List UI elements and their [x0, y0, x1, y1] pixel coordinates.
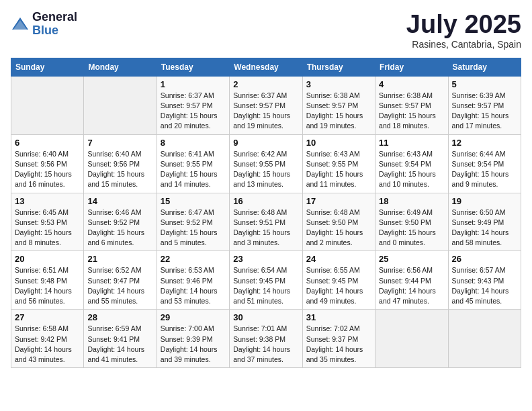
cell-date: 21	[87, 254, 152, 264]
calendar-cell: 18Sunrise: 6:49 AM Sunset: 9:50 PM Dayli…	[375, 193, 448, 251]
col-header-sunday: Sunday	[11, 58, 84, 76]
logo: General Blue	[11, 11, 77, 38]
cell-date: 6	[15, 138, 80, 148]
cell-date: 12	[452, 138, 517, 148]
calendar-cell: 26Sunrise: 6:57 AM Sunset: 9:43 PM Dayli…	[448, 251, 521, 310]
cell-info: Sunrise: 6:37 AM Sunset: 9:57 PM Dayligh…	[233, 91, 298, 132]
cell-info: Sunrise: 6:38 AM Sunset: 9:57 PM Dayligh…	[379, 91, 444, 132]
cell-date: 23	[233, 254, 298, 264]
cell-info: Sunrise: 6:54 AM Sunset: 9:45 PM Dayligh…	[233, 265, 298, 306]
calendar-table: SundayMondayTuesdayWednesdayThursdayFrid…	[11, 58, 521, 368]
calendar-cell: 17Sunrise: 6:48 AM Sunset: 9:50 PM Dayli…	[302, 193, 375, 251]
cell-date: 9	[233, 138, 298, 148]
month-title: July 2025	[406, 11, 521, 39]
cell-date: 22	[161, 254, 226, 264]
calendar-cell: 12Sunrise: 6:44 AM Sunset: 9:54 PM Dayli…	[448, 134, 521, 193]
cell-date: 15	[161, 196, 226, 206]
calendar-cell: 14Sunrise: 6:46 AM Sunset: 9:52 PM Dayli…	[84, 193, 157, 251]
cell-info: Sunrise: 6:45 AM Sunset: 9:53 PM Dayligh…	[15, 208, 80, 248]
calendar-cell	[84, 76, 157, 134]
cell-date: 29	[161, 312, 226, 322]
calendar-cell: 10Sunrise: 6:43 AM Sunset: 9:55 PM Dayli…	[302, 134, 375, 193]
cell-info: Sunrise: 6:46 AM Sunset: 9:52 PM Dayligh…	[87, 208, 152, 248]
calendar-cell	[11, 76, 84, 134]
col-header-wednesday: Wednesday	[230, 58, 302, 76]
cell-info: Sunrise: 6:41 AM Sunset: 9:55 PM Dayligh…	[161, 149, 226, 190]
calendar-cell: 31Sunrise: 7:02 AM Sunset: 9:37 PM Dayli…	[302, 310, 375, 368]
week-row-4: 20Sunrise: 6:51 AM Sunset: 9:48 PM Dayli…	[11, 251, 521, 310]
cell-date: 26	[452, 254, 517, 264]
week-row-3: 13Sunrise: 6:45 AM Sunset: 9:53 PM Dayli…	[11, 193, 521, 251]
cell-info: Sunrise: 6:39 AM Sunset: 9:57 PM Dayligh…	[452, 91, 517, 132]
calendar-cell: 22Sunrise: 6:53 AM Sunset: 9:46 PM Dayli…	[157, 251, 229, 310]
cell-info: Sunrise: 6:38 AM Sunset: 9:57 PM Dayligh…	[306, 91, 371, 132]
cell-info: Sunrise: 7:01 AM Sunset: 9:38 PM Dayligh…	[233, 324, 298, 365]
logo-icon	[11, 15, 30, 34]
cell-info: Sunrise: 7:02 AM Sunset: 9:37 PM Dayligh…	[306, 324, 371, 365]
cell-info: Sunrise: 6:47 AM Sunset: 9:52 PM Dayligh…	[161, 208, 226, 248]
calendar-cell: 27Sunrise: 6:58 AM Sunset: 9:42 PM Dayli…	[11, 310, 84, 368]
col-header-friday: Friday	[375, 58, 448, 76]
cell-info: Sunrise: 6:40 AM Sunset: 9:56 PM Dayligh…	[15, 149, 80, 190]
col-header-saturday: Saturday	[448, 58, 521, 76]
calendar-cell: 16Sunrise: 6:48 AM Sunset: 9:51 PM Dayli…	[230, 193, 302, 251]
calendar-cell: 13Sunrise: 6:45 AM Sunset: 9:53 PM Dayli…	[11, 193, 84, 251]
calendar-cell: 25Sunrise: 6:56 AM Sunset: 9:44 PM Dayli…	[375, 251, 448, 310]
week-row-1: 1Sunrise: 6:37 AM Sunset: 9:57 PM Daylig…	[11, 76, 521, 134]
calendar-cell: 3Sunrise: 6:38 AM Sunset: 9:57 PM Daylig…	[302, 76, 375, 134]
calendar-cell: 9Sunrise: 6:42 AM Sunset: 9:55 PM Daylig…	[230, 134, 302, 193]
calendar-cell: 20Sunrise: 6:51 AM Sunset: 9:48 PM Dayli…	[11, 251, 84, 310]
cell-date: 19	[452, 196, 517, 206]
cell-date: 13	[15, 196, 80, 206]
calendar-cell: 7Sunrise: 6:40 AM Sunset: 9:56 PM Daylig…	[84, 134, 157, 193]
cell-info: Sunrise: 6:48 AM Sunset: 9:51 PM Dayligh…	[233, 208, 298, 248]
calendar-cell	[375, 310, 448, 368]
cell-info: Sunrise: 6:55 AM Sunset: 9:45 PM Dayligh…	[306, 265, 371, 306]
cell-info: Sunrise: 6:58 AM Sunset: 9:42 PM Dayligh…	[15, 324, 80, 365]
calendar-cell: 6Sunrise: 6:40 AM Sunset: 9:56 PM Daylig…	[11, 134, 84, 193]
cell-info: Sunrise: 6:51 AM Sunset: 9:48 PM Dayligh…	[15, 265, 80, 306]
cell-info: Sunrise: 6:56 AM Sunset: 9:44 PM Dayligh…	[379, 265, 444, 306]
cell-info: Sunrise: 6:52 AM Sunset: 9:47 PM Dayligh…	[87, 265, 152, 306]
calendar-cell: 19Sunrise: 6:50 AM Sunset: 9:49 PM Dayli…	[448, 193, 521, 251]
cell-date: 11	[379, 138, 444, 148]
calendar-cell: 4Sunrise: 6:38 AM Sunset: 9:57 PM Daylig…	[375, 76, 448, 134]
page-header: General Blue July 2025 Rasines, Cantabri…	[11, 11, 521, 50]
cell-date: 20	[15, 254, 80, 264]
cell-info: Sunrise: 7:00 AM Sunset: 9:39 PM Dayligh…	[161, 324, 226, 365]
calendar-cell	[448, 310, 521, 368]
cell-date: 2	[233, 79, 298, 89]
cell-date: 28	[87, 312, 152, 322]
cell-info: Sunrise: 6:57 AM Sunset: 9:43 PM Dayligh…	[452, 265, 517, 306]
calendar-cell: 28Sunrise: 6:59 AM Sunset: 9:41 PM Dayli…	[84, 310, 157, 368]
calendar-cell: 21Sunrise: 6:52 AM Sunset: 9:47 PM Dayli…	[84, 251, 157, 310]
calendar-cell: 23Sunrise: 6:54 AM Sunset: 9:45 PM Dayli…	[230, 251, 302, 310]
calendar-cell: 2Sunrise: 6:37 AM Sunset: 9:57 PM Daylig…	[230, 76, 302, 134]
cell-info: Sunrise: 6:40 AM Sunset: 9:56 PM Dayligh…	[87, 149, 152, 190]
cell-date: 27	[15, 312, 80, 322]
logo-general: General	[32, 11, 77, 24]
cell-info: Sunrise: 6:37 AM Sunset: 9:57 PM Dayligh…	[161, 91, 226, 132]
cell-info: Sunrise: 6:53 AM Sunset: 9:46 PM Dayligh…	[161, 265, 226, 306]
cell-date: 8	[161, 138, 226, 148]
cell-date: 31	[306, 312, 371, 322]
title-block: July 2025 Rasines, Cantabria, Spain	[406, 11, 521, 50]
calendar-cell: 11Sunrise: 6:43 AM Sunset: 9:54 PM Dayli…	[375, 134, 448, 193]
cell-date: 16	[233, 196, 298, 206]
cell-info: Sunrise: 6:44 AM Sunset: 9:54 PM Dayligh…	[452, 149, 517, 190]
calendar-cell: 30Sunrise: 7:01 AM Sunset: 9:38 PM Dayli…	[230, 310, 302, 368]
cell-info: Sunrise: 6:42 AM Sunset: 9:55 PM Dayligh…	[233, 149, 298, 190]
calendar-cell: 1Sunrise: 6:37 AM Sunset: 9:57 PM Daylig…	[157, 76, 229, 134]
cell-info: Sunrise: 6:43 AM Sunset: 9:55 PM Dayligh…	[306, 149, 371, 190]
cell-date: 18	[379, 196, 444, 206]
calendar-cell: 29Sunrise: 7:00 AM Sunset: 9:39 PM Dayli…	[157, 310, 229, 368]
cell-info: Sunrise: 6:49 AM Sunset: 9:50 PM Dayligh…	[379, 208, 444, 248]
calendar-cell: 24Sunrise: 6:55 AM Sunset: 9:45 PM Dayli…	[302, 251, 375, 310]
calendar-cell: 5Sunrise: 6:39 AM Sunset: 9:57 PM Daylig…	[448, 76, 521, 134]
cell-date: 30	[233, 312, 298, 322]
cell-info: Sunrise: 6:59 AM Sunset: 9:41 PM Dayligh…	[87, 324, 152, 365]
calendar-cell: 15Sunrise: 6:47 AM Sunset: 9:52 PM Dayli…	[157, 193, 229, 251]
week-row-5: 27Sunrise: 6:58 AM Sunset: 9:42 PM Dayli…	[11, 310, 521, 368]
location: Rasines, Cantabria, Spain	[406, 39, 521, 50]
col-header-thursday: Thursday	[302, 58, 375, 76]
